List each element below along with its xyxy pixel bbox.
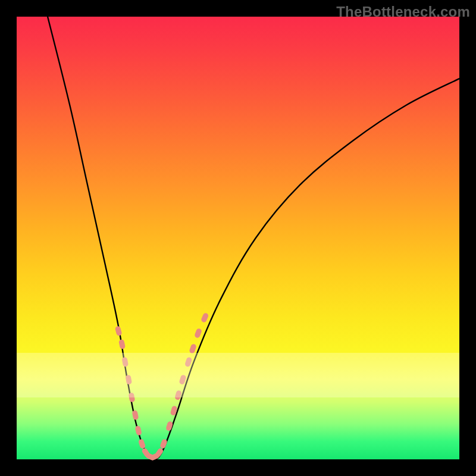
dot-marker (189, 343, 197, 354)
dot-marker (194, 328, 202, 339)
dot-marker (165, 421, 173, 431)
bottleneck-curve (48, 17, 459, 459)
dot-marker (131, 410, 139, 420)
dot-marker (134, 425, 142, 436)
chart-overlay (17, 17, 459, 459)
dot-marker (201, 312, 209, 323)
dot-marker (129, 392, 136, 402)
dot-marker (178, 374, 186, 385)
plot-area (17, 17, 459, 459)
dot-marker (125, 374, 132, 384)
chart-stage: TheBottleneck.com (0, 0, 476, 476)
dot-marker (121, 357, 129, 367)
dot-marker (118, 339, 126, 350)
dot-marker (184, 356, 193, 367)
dot-marker (138, 439, 146, 449)
dot-marker (115, 325, 123, 336)
